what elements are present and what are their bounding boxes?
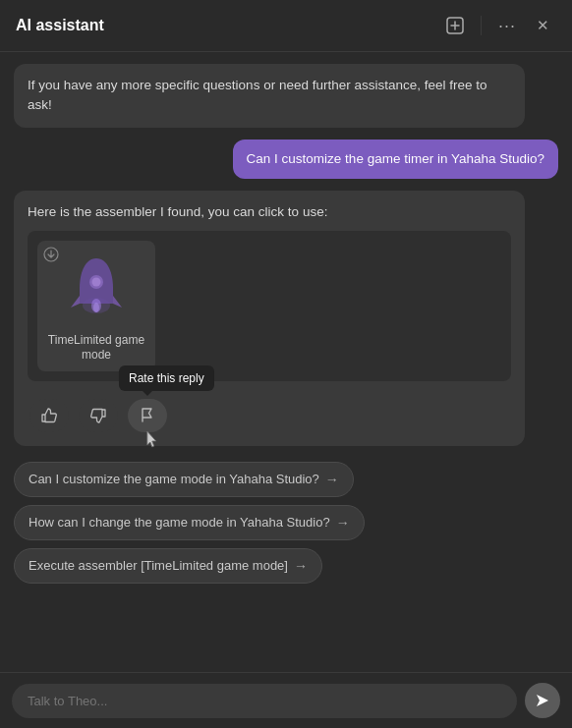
input-bar <box>0 672 572 728</box>
suggestion-1[interactable]: Can I customize the game mode in Yahaha … <box>14 462 354 497</box>
outgoing-message: Can I customize the game timer in Yahaha… <box>233 140 558 179</box>
svg-point-8 <box>93 303 99 312</box>
download-icon <box>43 247 59 265</box>
flag-icon <box>140 407 155 423</box>
card-icon <box>57 249 136 327</box>
close-button[interactable]: ✕ <box>529 12 556 39</box>
rocket-svg <box>67 254 126 321</box>
thumbup-button[interactable] <box>29 399 69 432</box>
cursor-indicator <box>146 430 158 450</box>
assembler-card[interactable]: TimeLimited game mode <box>37 241 155 371</box>
header-actions: ··· ✕ <box>441 12 556 39</box>
suggestion-3[interactable]: Execute assembler [TimeLimited game mode… <box>14 548 322 584</box>
assembler-grid: TimeLimited game mode <box>28 231 511 381</box>
header-title: AI assistant <box>16 17 441 34</box>
flag-tooltip-wrapper: Rate this reply <box>128 399 167 432</box>
chat-area: If you have any more specific questions … <box>0 52 572 672</box>
more-button[interactable]: ··· <box>493 12 521 39</box>
thumbup-icon <box>40 407 58 424</box>
add-button[interactable] <box>441 12 469 39</box>
incoming-message: If you have any more specific questions … <box>14 64 525 128</box>
suggestions: Can I customize the game mode in Yahaha … <box>14 458 558 588</box>
assembler-block: Here is the assembler I found, you can c… <box>14 191 525 446</box>
header: AI assistant ··· ✕ <box>0 0 572 52</box>
arrow-1: → <box>325 472 339 487</box>
header-divider <box>481 16 482 35</box>
rating-row: Rate this reply <box>28 395 511 432</box>
send-button[interactable] <box>525 683 560 718</box>
card-label: TimeLimited game mode <box>45 333 147 364</box>
arrow-2: → <box>336 515 350 531</box>
flag-button[interactable] <box>128 399 167 432</box>
send-icon <box>535 693 550 708</box>
thumbdown-icon <box>89 407 107 424</box>
arrow-3: → <box>294 558 308 574</box>
assembler-intro: Here is the assembler I found, you can c… <box>28 204 511 219</box>
add-icon <box>446 17 464 34</box>
outgoing-message-wrapper: Can I customize the game timer in Yahaha… <box>14 140 558 179</box>
suggestion-2[interactable]: How can I change the game mode in Yahaha… <box>14 505 365 540</box>
chat-input[interactable] <box>12 684 517 718</box>
svg-point-6 <box>92 277 101 286</box>
thumbdown-button[interactable] <box>79 399 118 432</box>
